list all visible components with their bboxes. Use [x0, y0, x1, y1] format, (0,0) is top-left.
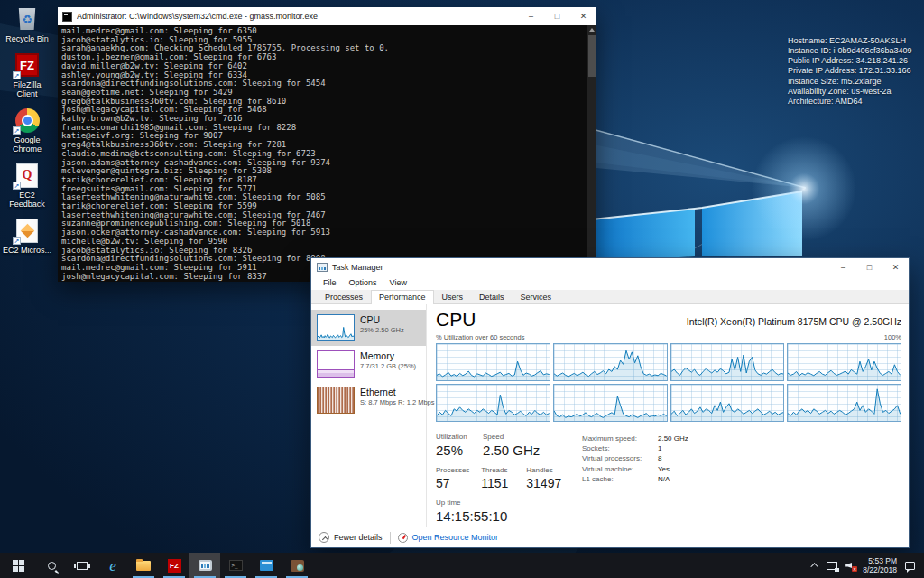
desktop-icon-label: Recycle Bin	[5, 34, 49, 43]
speed-value: 2.50 GHz	[483, 443, 540, 458]
desktop-icon-label: EC2 Feedback	[2, 191, 52, 209]
clock-date: 8/22/2018	[863, 565, 897, 574]
instance-info-overlay: Hostname: EC2AMAZ-50AKSLH Instance ID: i…	[788, 15, 912, 127]
task-view-button[interactable]	[67, 553, 97, 578]
tab-processes[interactable]: Processes	[317, 290, 371, 303]
l1-cache-value: N/A	[658, 474, 670, 484]
menu-view[interactable]: View	[383, 278, 413, 287]
open-resource-monitor-link[interactable]: Open Resource Monitor	[398, 533, 499, 543]
memory-thumbnail-graph	[317, 350, 355, 378]
start-button[interactable]	[0, 553, 36, 578]
console-scrollbar[interactable]	[587, 25, 596, 282]
tm-close-button[interactable]: ✕	[882, 258, 909, 275]
menu-options[interactable]: Options	[343, 278, 383, 287]
shortcut-arrow-icon: ↗	[13, 182, 21, 190]
resource-monitor-icon	[398, 533, 408, 543]
taskbar: e FZ >_ ✕ 5:53 PM 8/22/2018	[0, 553, 924, 578]
cpu-panel-title: CPU	[436, 310, 476, 330]
taskbar-search-button[interactable]	[36, 553, 67, 578]
taskbar-task-manager[interactable]	[189, 553, 220, 578]
cpu-core-graph-2	[553, 343, 668, 381]
desktop-icon-label: Google Chrome	[2, 135, 52, 154]
cmd-window-title: Administrator: C:\Windows\system32\cmd.e…	[77, 12, 518, 21]
command-prompt-icon: >_	[229, 560, 243, 571]
taskbar-cmd[interactable]: >_	[220, 553, 251, 578]
desktop-icon-filezilla[interactable]: FZ ↗ FileZilla Client	[2, 51, 52, 98]
cpu-core-graph-7	[670, 384, 785, 422]
desktop-icon-ec2-feedback[interactable]: Q ↗ EC2 Feedback	[2, 162, 52, 209]
scrollbar-thumb[interactable]	[588, 35, 596, 77]
taskbar-ec2-app[interactable]	[282, 553, 312, 578]
graph-max-label: 100%	[884, 333, 901, 341]
search-icon	[48, 562, 56, 570]
cpu-core-graph-grid	[436, 343, 901, 422]
cmd-close-button[interactable]: ✕	[570, 7, 596, 25]
threads-value: 1151	[481, 476, 526, 490]
tab-users[interactable]: Users	[434, 290, 472, 303]
volume-muted-icon[interactable]: ✕	[845, 561, 855, 570]
tm-minimize-button[interactable]: –	[830, 258, 856, 275]
cmd-minimize-button[interactable]: –	[518, 7, 544, 25]
uptime-label: Up time	[436, 499, 507, 507]
desktop-icon-recycle-bin[interactable]: ♻ Recycle Bin	[2, 5, 52, 43]
instance-info-text: Hostname: EC2AMAZ-50AKSLH Instance ID: i…	[788, 36, 912, 107]
desktop-icon-label: FileZilla Client	[2, 80, 52, 98]
taskbar-app-window[interactable]	[251, 553, 282, 578]
cmd-titlebar[interactable]: Administrator: C:\Windows\system32\cmd.e…	[58, 7, 596, 25]
shortcut-arrow-icon: ↗	[13, 71, 21, 79]
footer-divider	[390, 532, 391, 544]
tab-services[interactable]: Services	[513, 290, 560, 303]
sidebar-item-cpu[interactable]: CPU 25% 2.50 GHz	[311, 310, 426, 346]
menu-file[interactable]: File	[317, 278, 343, 287]
task-manager-title: Task Manager	[332, 263, 830, 272]
task-manager-tabbar: Processes Performance Users Details Serv…	[311, 290, 909, 304]
tab-performance[interactable]: Performance	[371, 290, 434, 304]
task-manager-icon	[199, 560, 212, 571]
cmd-maximize-button[interactable]: □	[544, 7, 570, 25]
processes-value: 57	[436, 476, 481, 490]
desktop-icon-ec2-microsoft[interactable]: ↗ EC2 Micros...	[2, 217, 52, 255]
threads-label: Threads	[481, 466, 526, 474]
processes-label: Processes	[436, 466, 481, 474]
desktop-icon-chrome[interactable]: ↗ Google Chrome	[2, 107, 52, 154]
handles-label: Handles	[526, 466, 582, 474]
cpu-core-graph-1	[436, 343, 550, 381]
uptime-value: 14:15:55:10	[436, 508, 507, 524]
sidebar-item-ethernet[interactable]: Ethernet S: 8.7 Mbps R: 1.2 Mbps	[311, 382, 426, 418]
taskbar-clock[interactable]: 5:53 PM 8/22/2018	[863, 556, 897, 574]
cpu-core-graph-5	[436, 384, 550, 422]
filezilla-icon: FZ	[168, 559, 181, 573]
tm-maximize-button[interactable]: □	[856, 258, 882, 275]
shortcut-arrow-icon: ↗	[13, 237, 21, 245]
task-manager-menubar: File Options View	[311, 275, 909, 290]
cmd-app-icon	[62, 12, 72, 22]
sidebar-item-memory[interactable]: Memory 7.7/31.2 GB (25%)	[311, 346, 426, 382]
ec2-feedback-icon: Q ↗	[14, 162, 41, 189]
cpu-details-block: Maximum speed:2.50 GHz Sockets:1 Virtual…	[582, 433, 688, 532]
taskbar-filezilla[interactable]: FZ	[159, 553, 189, 578]
recycle-bin-icon: ♻	[14, 5, 41, 33]
fewer-details-button[interactable]: Fewer details	[319, 532, 383, 543]
cpu-stats-block: Utilization 25% Speed 2.50 GHz Processes	[436, 433, 582, 532]
cpu-core-graph-3	[670, 343, 785, 381]
brown-app-icon	[291, 560, 304, 572]
virtual-machine-value: Yes	[658, 464, 670, 474]
ec2-cube-icon: ↗	[14, 217, 41, 244]
desktop: Hostname: EC2AMAZ-50AKSLH Instance ID: i…	[0, 0, 924, 578]
task-manager-app-icon	[317, 263, 328, 272]
cpu-core-graph-6	[553, 384, 668, 422]
taskbar-file-explorer[interactable]	[128, 553, 159, 578]
scroll-up-icon[interactable]	[587, 25, 596, 34]
folder-icon	[136, 561, 151, 571]
cpu-performance-panel: CPU Intel(R) Xeon(R) Platinum 8175M CPU …	[427, 304, 909, 527]
system-tray: ✕ 5:53 PM 8/22/2018	[813, 553, 924, 578]
max-speed-value: 2.50 GHz	[658, 434, 688, 443]
graph-axis-label: % Utilization over 60 seconds	[436, 333, 524, 341]
taskbar-internet-explorer[interactable]: e	[97, 553, 128, 578]
task-manager-titlebar[interactable]: Task Manager – □ ✕	[311, 258, 909, 275]
task-manager-footer: Fewer details Open Resource Monitor	[311, 527, 909, 547]
network-icon[interactable]	[827, 562, 837, 570]
action-center-icon[interactable]	[905, 562, 915, 570]
tab-details[interactable]: Details	[471, 290, 513, 303]
utilization-value: 25%	[436, 443, 483, 458]
